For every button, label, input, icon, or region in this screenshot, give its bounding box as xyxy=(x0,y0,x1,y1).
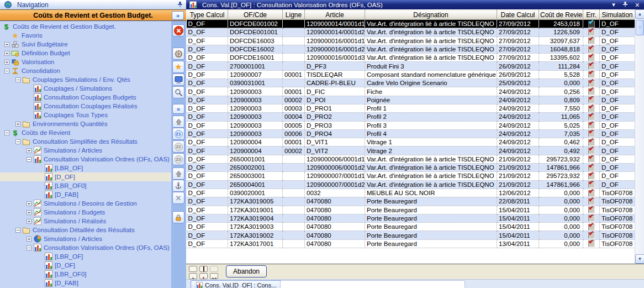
cell[interactable]: 0390020001 xyxy=(228,188,283,197)
cell[interactable]: D_OF xyxy=(187,231,228,239)
cell[interactable]: 7,550 xyxy=(539,104,583,112)
cell[interactable] xyxy=(283,164,305,172)
tree-item-simulations-besoins-de-gestion[interactable]: +Simulations / Besoins de Gestion xyxy=(0,199,171,208)
err-checkbox[interactable]: ✔ xyxy=(588,46,595,53)
zoom2-button[interactable]: Z2 xyxy=(172,140,184,153)
cell[interactable]: 27/09/2012 xyxy=(497,54,539,62)
cell[interactable]: 2650002001 xyxy=(228,164,283,172)
cell-err[interactable]: ✔ xyxy=(583,28,600,36)
cell[interactable]: 295723,932 xyxy=(539,172,583,180)
cell[interactable]: D_OF xyxy=(187,206,228,214)
cell[interactable]: 11,065 xyxy=(539,113,583,121)
close-icon[interactable]: × xyxy=(635,2,640,8)
tree-item-simulations-articles[interactable]: +Simulations / Articles xyxy=(0,234,171,243)
record-nav-blank-button[interactable] xyxy=(189,266,197,272)
cell-simulation[interactable]: D_OF xyxy=(600,70,635,78)
cell-err[interactable]: ✔ xyxy=(583,239,600,248)
cell-err[interactable]: ✔ xyxy=(583,231,600,239)
err-checkbox[interactable]: ✔ xyxy=(588,29,595,36)
cell[interactable] xyxy=(283,45,305,53)
tree-item-lbr-of0[interactable]: [LBR_OF0] xyxy=(0,181,171,190)
tree-item-lbr-of[interactable]: [LBR_OF] xyxy=(0,252,171,261)
table-row-120900004[interactable]: D_OF12090000400001D_VIT1Vitrage 124/09/2… xyxy=(187,138,635,146)
cell[interactable] xyxy=(283,214,305,222)
cell[interactable] xyxy=(283,155,305,163)
cell-simulation[interactable]: D_OF xyxy=(600,180,635,188)
cell-err[interactable]: ✔ xyxy=(583,79,600,87)
cell[interactable]: 13395,602 xyxy=(539,54,583,62)
cell[interactable]: Var.Art. d'intégration lié à article TIS… xyxy=(365,45,497,53)
pin-icon[interactable] xyxy=(177,1,183,9)
cell-simulation[interactable]: D_OF xyxy=(600,146,635,155)
tree-item-couplages-tous-types[interactable]: Couplages Tous Types xyxy=(0,111,171,119)
cell[interactable]: Composant standard nomenclature génériqu… xyxy=(365,70,497,78)
err-checkbox[interactable]: ✔ xyxy=(588,63,595,70)
tree-item-lbr-of[interactable]: [LBR_OF] xyxy=(0,164,171,172)
abandon-button[interactable]: Abandon xyxy=(226,265,267,277)
cell[interactable]: 147861,966 xyxy=(539,180,583,188)
cell[interactable]: 00001 xyxy=(283,70,305,78)
column-header-of-cde[interactable]: OF/Cde xyxy=(228,10,283,20)
plus-expander-icon[interactable]: + xyxy=(15,122,20,127)
cell[interactable]: 120900007 xyxy=(228,70,283,78)
record-nav-disabled-button[interactable] xyxy=(210,266,218,272)
table-row-172ka3019005[interactable]: D_OF172KA30190050470080Porte Beauregard2… xyxy=(187,197,635,206)
cell[interactable]: 0,000 xyxy=(539,197,583,206)
table-row-172ka3019001[interactable]: D_OF172KA30190010470080Porte Beauregard1… xyxy=(187,206,635,214)
workstation-button[interactable] xyxy=(172,74,184,86)
lock-button[interactable] xyxy=(172,211,184,223)
cell-simulation[interactable]: D_OF xyxy=(600,104,635,112)
minus-expander-icon[interactable]: − xyxy=(15,77,20,82)
double-chevron-right-icon[interactable]: » xyxy=(172,11,184,20)
cell[interactable]: Produit Fini 3 xyxy=(365,62,497,70)
cell[interactable]: 21/09/2012 xyxy=(497,164,539,172)
cell-err[interactable]: ✔ xyxy=(583,214,600,222)
cell[interactable] xyxy=(283,223,305,231)
cell[interactable]: 172KA3019001 xyxy=(228,206,283,214)
cell[interactable]: 13/04/2011 xyxy=(497,239,539,248)
cell[interactable]: CADRE-PI-BLEU xyxy=(305,79,365,87)
cell[interactable]: 00002 xyxy=(283,96,305,104)
minus-expander-icon[interactable]: − xyxy=(27,157,31,162)
cell[interactable]: Var.Art. d'intégration lié à article TIS… xyxy=(365,164,497,172)
plus-expander-icon[interactable]: + xyxy=(4,60,9,65)
cell-simulation[interactable]: D_OF xyxy=(600,28,635,36)
cell[interactable]: 1209000016/0001d2 xyxy=(305,45,365,53)
table-row-120900003[interactable]: D_OF12090000300001D_FICFiche24/09/20120,… xyxy=(187,87,635,96)
cell[interactable]: Cadre Velo Origine Scenario xyxy=(365,79,497,87)
err-checkbox[interactable]: ✔ xyxy=(588,207,595,213)
cell[interactable]: 00002 xyxy=(283,146,305,155)
column-header-err[interactable]: Err. xyxy=(583,10,600,20)
cell[interactable] xyxy=(283,188,305,197)
cell[interactable] xyxy=(283,20,305,28)
tab-cons-val-d-of[interactable]: Cons. Val.[D_OF] : Cons... xyxy=(191,280,281,288)
table-row-2650001001[interactable]: D_OF26500010011209000006/0001d1Var.Art. … xyxy=(187,155,635,163)
record-firstlast-button[interactable]: ►◄ xyxy=(210,273,218,279)
cell[interactable]: D_OF xyxy=(187,104,228,112)
cell[interactable]: 0,000 xyxy=(539,214,583,222)
cell[interactable]: TISDLEQAR xyxy=(305,70,365,78)
scrollbar-thumb[interactable]: ≡ xyxy=(636,20,644,35)
cell[interactable]: 1209000014/0001d1 xyxy=(305,20,365,28)
cell[interactable]: 0,000 xyxy=(539,79,583,87)
table-row-dofcde16002[interactable]: D_OFDOFCDE160021209000016/0001d2Var.Art.… xyxy=(187,45,635,53)
table-row-120900003[interactable]: D_OF12090000300006D_PRO4Profil 424/09/20… xyxy=(187,129,635,138)
minus-expander-icon[interactable]: − xyxy=(27,245,31,250)
zoom1-button[interactable]: Z1 xyxy=(172,128,184,140)
cell-simulation[interactable]: D_OF xyxy=(600,96,635,104)
cell-simulation[interactable]: D_OF xyxy=(600,54,635,62)
err-checkbox[interactable]: ✔ xyxy=(588,130,595,137)
cell[interactable]: 15/04/2011 xyxy=(497,214,539,222)
cell[interactable]: D_PRO4 xyxy=(305,129,365,138)
cell[interactable]: D_POI xyxy=(305,96,365,104)
cell-err[interactable]: ✔ xyxy=(583,36,600,45)
cell[interactable]: D_OF xyxy=(187,138,228,146)
cell[interactable]: 5,025 xyxy=(539,121,583,129)
plus-expander-icon[interactable]: + xyxy=(27,201,31,206)
table-row-dofcde16003[interactable]: D_OFDOFCDE160031209000016/0001d1Var.Art.… xyxy=(187,36,635,45)
vertical-scrollbar[interactable]: ▲ ≡ ▼ xyxy=(635,9,644,264)
options-button[interactable] xyxy=(172,48,184,60)
cell-simulation[interactable]: TisOF0708 xyxy=(600,214,635,222)
table-row-172ka3019004[interactable]: D_OF172KA30190040470080Porte Beauregard1… xyxy=(187,214,635,222)
tree-item-simulations-budgets[interactable]: +Simulations / Budgets xyxy=(0,208,171,217)
